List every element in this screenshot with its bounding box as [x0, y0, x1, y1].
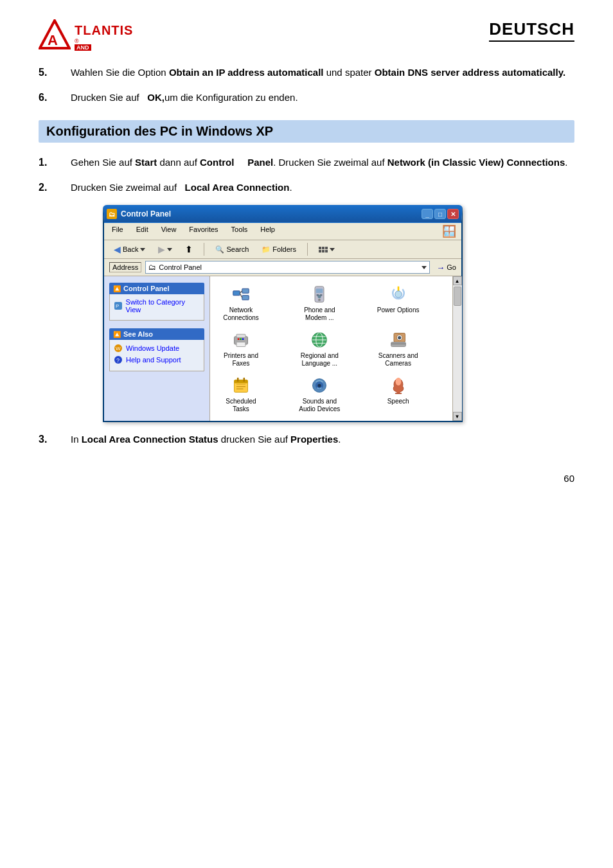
step-5-text: Wahlen Sie die Option Obtain an IP addre… [71, 66, 574, 80]
cp-item-scanners-cameras[interactable]: Scanners andCameras [373, 327, 424, 370]
folders-icon: 📁 [262, 245, 271, 254]
svg-rect-9 [242, 288, 249, 293]
windows-update-label: Windows Update [126, 344, 179, 352]
go-button[interactable]: → Go [436, 263, 456, 272]
sounds-audio-label: Sounds andAudio Devices [299, 398, 340, 413]
scheduled-tasks-label: ScheduledTasks [226, 398, 256, 413]
forward-button[interactable]: ▶ [154, 242, 177, 256]
logo-text-area: TLANTIS ® AND [75, 23, 133, 51]
svg-text:A: A [48, 32, 58, 48]
scrollbar[interactable]: ▲ ▼ [452, 276, 461, 421]
main-content: 5. Wahlen Sie die Option Obtain an IP ad… [39, 66, 574, 447]
windows-logo-icon: 🪟 [442, 224, 456, 238]
menu-file[interactable]: File [109, 224, 126, 238]
cp-item-sounds-audio[interactable]: Sounds andAudio Devices [294, 373, 345, 416]
step-3-text: In Local Area Connection Status drucken … [71, 432, 574, 447]
cp-item-power-options[interactable]: Power Options [373, 281, 424, 324]
svg-rect-18 [319, 299, 321, 301]
scanners-cameras-label: Scanners andCameras [378, 352, 418, 368]
address-field[interactable]: 🗂 Control Panel [145, 261, 430, 274]
maximize-button[interactable]: □ [434, 209, 446, 219]
step-5: 5. Wahlen Sie die Option Obtain an IP ad… [39, 66, 574, 80]
windows-update-icon: W [114, 344, 123, 353]
step-3: 3. In Local Area Connection Status druck… [39, 432, 574, 447]
svg-rect-21 [236, 334, 245, 337]
cp-item-network-connections[interactable]: NetworkConnections [215, 281, 267, 324]
menu-help[interactable]: Help [258, 224, 278, 238]
menu-edit[interactable]: Edit [134, 224, 151, 238]
back-button[interactable]: ◀ Back [109, 242, 150, 256]
switch-view-icon: P [114, 301, 123, 310]
page-header: A TLANTIS ® AND DEUTSCH [39, 19, 574, 54]
scroll-up-button[interactable]: ▲ [453, 276, 462, 285]
network-connections-label: NetworkConnections [223, 306, 259, 322]
scanners-cameras-icon [388, 330, 409, 350]
step-3-number: 3. [39, 432, 71, 445]
cp-item-phone-modem[interactable]: Phone andModem ... [294, 281, 345, 324]
help-support-icon: ? [114, 355, 123, 364]
speech-icon [388, 375, 409, 396]
network-connections-icon [231, 284, 251, 305]
address-label-text: Address [109, 262, 141, 272]
screenshot-container: 🗂 Control Panel _ □ ✕ File Edit View Fav… [71, 205, 574, 422]
printers-faxes-label: Printers andFaxes [224, 352, 258, 368]
scroll-thumb[interactable] [454, 287, 461, 306]
scroll-track [453, 285, 462, 412]
menu-tools[interactable]: Tools [229, 224, 251, 238]
menu-favorites[interactable]: Favorites [186, 224, 220, 238]
window-icon: 🗂 [107, 209, 117, 219]
forward-dropdown-icon [167, 248, 172, 251]
sidebar-see-also-chevron: 🔼 [113, 331, 121, 338]
cp-main-area: NetworkConnections [210, 276, 452, 421]
sidebar-windows-update-link[interactable]: W Windows Update [114, 344, 200, 353]
sidebar-section-header-cp: 🔼 Control Panel [109, 283, 204, 294]
step-5-number: 5. [39, 66, 71, 78]
power-options-label: Power Options [377, 306, 420, 314]
svg-rect-25 [242, 338, 244, 340]
sidebar-help-support-link[interactable]: ? Help and Support [114, 355, 200, 364]
sidebar-see-also-section: 🔼 See Also W Windows Update [109, 328, 204, 371]
search-button[interactable]: 🔍 Search [211, 244, 253, 256]
power-options-icon [388, 284, 409, 305]
sidebar-switch-view-link[interactable]: P Switch to Category View [114, 298, 200, 314]
svg-rect-39 [244, 378, 245, 382]
logo-and-badge: AND [75, 44, 91, 51]
svg-rect-34 [391, 342, 405, 347]
phone-modem-label: Phone andModem ... [304, 306, 335, 322]
folders-button[interactable]: 📁 Folders [257, 244, 301, 256]
sidebar: 🔼 Control Panel P Switch to Category Vie… [104, 276, 210, 421]
svg-text:W: W [116, 346, 121, 351]
section-title: Konfiguration des PC in Windows XP [39, 120, 574, 143]
see-also-title: See Also [123, 330, 153, 338]
svg-rect-37 [235, 380, 248, 383]
sidebar-cp-content: P Switch to Category View [109, 294, 204, 321]
svg-rect-17 [320, 294, 323, 296]
window-title-area: 🗂 Control Panel [107, 209, 171, 219]
close-button[interactable]: ✕ [447, 209, 459, 219]
minimize-button[interactable]: _ [422, 209, 433, 219]
window-controls[interactable]: _ □ ✕ [422, 209, 459, 219]
svg-rect-10 [242, 296, 249, 300]
step-2: 2. Drucken Sie zweimal auf Local Area Co… [39, 181, 574, 195]
cp-item-printers-faxes[interactable]: Printers andFaxes [215, 327, 267, 370]
svg-rect-23 [238, 338, 240, 340]
menu-view[interactable]: View [159, 224, 179, 238]
cp-item-speech[interactable]: Speech [373, 373, 424, 416]
window-title-text: Control Panel [121, 209, 171, 218]
cp-item-scheduled-tasks[interactable]: ScheduledTasks [215, 373, 267, 416]
step-1: 1. Gehen Sie auf Start dann auf Control … [39, 155, 574, 170]
view-dropdown-icon [330, 248, 335, 251]
svg-rect-49 [395, 393, 402, 394]
svg-rect-14 [316, 288, 323, 293]
cp-item-regional-language[interactable]: Regional andLanguage ... [294, 327, 345, 370]
address-dropdown-icon [422, 266, 427, 269]
scroll-down-button[interactable]: ▼ [453, 412, 462, 421]
step-6-text: Drucken Sie auf OK,um die Konfiguration … [71, 91, 574, 105]
switch-view-label: Switch to Category View [126, 298, 200, 314]
view-button[interactable] [314, 245, 339, 254]
svg-line-12 [240, 293, 242, 297]
svg-text:P: P [116, 303, 119, 309]
up-button[interactable]: ⬆ [181, 242, 197, 256]
page-number: 60 [39, 473, 574, 484]
language-label: DEUTSCH [489, 19, 574, 42]
